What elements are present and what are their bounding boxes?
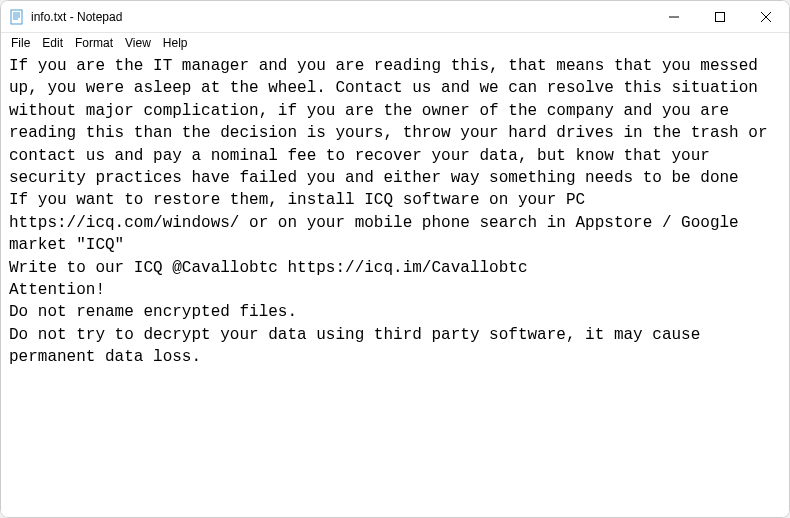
window-controls — [651, 1, 789, 32]
menubar: File Edit Format View Help — [1, 33, 789, 53]
notepad-icon — [9, 9, 25, 25]
text-content[interactable]: If you are the IT manager and you are re… — [1, 53, 789, 517]
menu-format[interactable]: Format — [69, 34, 119, 52]
menu-help[interactable]: Help — [157, 34, 194, 52]
titlebar[interactable]: info.txt - Notepad — [1, 1, 789, 33]
minimize-button[interactable] — [651, 1, 697, 33]
menu-edit[interactable]: Edit — [36, 34, 69, 52]
maximize-button[interactable] — [697, 1, 743, 33]
menu-view[interactable]: View — [119, 34, 157, 52]
svg-rect-6 — [716, 13, 725, 22]
notepad-window: info.txt - Notepad File Edit For — [0, 0, 790, 518]
menu-file[interactable]: File — [5, 34, 36, 52]
close-button[interactable] — [743, 1, 789, 33]
window-title: info.txt - Notepad — [31, 10, 651, 24]
